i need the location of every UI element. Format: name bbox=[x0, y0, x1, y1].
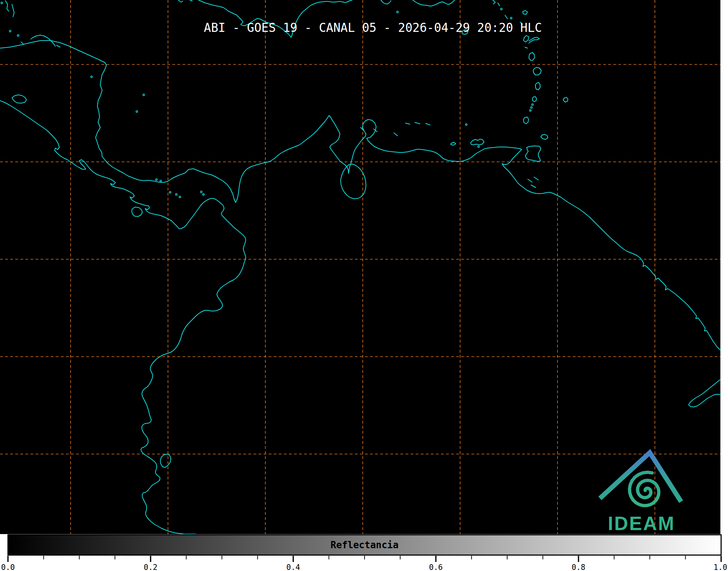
colorbar-ticks bbox=[8, 556, 721, 562]
reflectance-colorbar: Reflectancia 0.00.20.40.60.81.0 bbox=[1, 535, 727, 571]
colorbar-tick-label: 0.4 bbox=[286, 563, 300, 571]
colorbar-tick-label: 0.8 bbox=[572, 563, 585, 571]
ideam-wordmark: IDEAM bbox=[608, 513, 675, 534]
product-title: ABI - GOES 19 - CANAL 05 - 2026-04-29 20… bbox=[204, 21, 542, 35]
goes-satellite-image: ABI - GOES 19 - CANAL 05 - 2026-04-29 20… bbox=[0, 0, 728, 571]
colorbar-tick-label: 0.0 bbox=[1, 563, 15, 571]
colorbar-tick-label: 0.2 bbox=[144, 563, 157, 571]
colorbar-tick-labels: 0.00.20.40.60.81.0 bbox=[1, 563, 727, 571]
satellite-product-figure: ABI - GOES 19 - CANAL 05 - 2026-04-29 20… bbox=[0, 0, 728, 571]
colorbar-title: Reflectancia bbox=[331, 539, 399, 550]
colorbar-tick-label: 1.0 bbox=[714, 563, 727, 571]
colorbar-tick-label: 0.6 bbox=[429, 563, 443, 571]
